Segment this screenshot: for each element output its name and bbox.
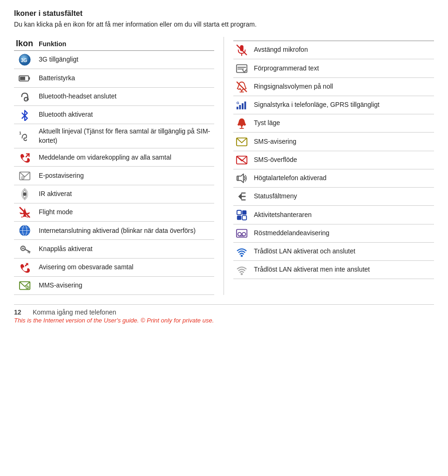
col-header-function: Funktion bbox=[37, 37, 214, 51]
svg-rect-38 bbox=[242, 103, 244, 109]
battery-icon-cell bbox=[14, 69, 37, 87]
svg-text:1: 1 bbox=[19, 131, 21, 135]
call-forward-icon-cell bbox=[14, 148, 37, 167]
statusbar-menu-icon-cell bbox=[233, 188, 252, 206]
preprogrammed-text-icon-cell bbox=[233, 59, 252, 77]
svg-marker-23 bbox=[25, 263, 28, 266]
svg-point-19 bbox=[22, 247, 24, 249]
svg-rect-56 bbox=[237, 215, 241, 219]
wifi-connected-label: Trådlöst LAN aktiverat och anslutet bbox=[252, 242, 434, 260]
svg-point-62 bbox=[241, 255, 243, 257]
table-row: Knapplås aktiverat bbox=[14, 240, 214, 258]
mic-off-icon bbox=[236, 44, 248, 56]
speakerphone-icon bbox=[236, 172, 248, 184]
table-row: Internetanslutning aktiverad (blinkar nä… bbox=[14, 222, 214, 240]
battery-label: Batteristyrka bbox=[37, 69, 214, 87]
battery-icon bbox=[19, 72, 31, 84]
table-row: Bluetooth-headset anslutet bbox=[14, 87, 214, 105]
table-row: IR aktiverat bbox=[14, 185, 214, 203]
voicemail-icon-cell bbox=[233, 224, 252, 242]
main-layout: Ikon Funktion 3G 3G tillgängligt bbox=[14, 37, 434, 295]
bluetooth-label: Bluetooth aktiverat bbox=[37, 105, 214, 124]
silent-icon bbox=[236, 117, 248, 129]
table-row: Batteristyrka bbox=[14, 69, 214, 87]
phone-line-icon: 1 bbox=[19, 130, 31, 142]
right-column: Avstängd mikrofon Förprogrammerad text bbox=[224, 37, 434, 295]
col-header-icon: Ikon bbox=[14, 37, 37, 51]
svg-point-59 bbox=[238, 232, 241, 236]
3g-icon: 3G bbox=[19, 54, 31, 66]
table-row: Högtalartelefon aktiverad bbox=[233, 169, 434, 187]
svg-text:@: @ bbox=[21, 175, 24, 180]
table-row: SMS-överflöde bbox=[233, 151, 434, 169]
table-row: Tyst läge bbox=[233, 114, 434, 133]
left-table: Ikon Funktion 3G 3G tillgängligt bbox=[14, 37, 214, 295]
statusbar-menu-label: Statusfältmeny bbox=[252, 188, 434, 206]
wifi-disconnected-icon-cell bbox=[233, 261, 252, 279]
table-row: Statusfältmeny bbox=[233, 188, 434, 206]
svg-rect-3 bbox=[28, 77, 30, 80]
email-icon: @ bbox=[19, 170, 31, 182]
signal-gprs-icon: G bbox=[236, 99, 248, 111]
svg-rect-39 bbox=[245, 102, 246, 110]
call-forward-label: Meddelande om vidarekoppling av alla sam… bbox=[37, 148, 214, 167]
table-row: Meddelande om vidarekoppling av alla sam… bbox=[14, 148, 214, 167]
email-label: E-postavisering bbox=[37, 167, 214, 185]
table-row: Förprogrammerad text bbox=[233, 59, 434, 77]
missed-call-icon-cell bbox=[14, 258, 37, 276]
table-row: SMS-avisering bbox=[233, 133, 434, 151]
preprogrammed-text-label: Förprogrammerad text bbox=[252, 59, 434, 77]
table-row: Trådlöst LAN aktiverat och anslutet bbox=[233, 242, 434, 260]
sms-label: SMS-avisering bbox=[252, 133, 434, 151]
activity-manager-icon bbox=[236, 209, 248, 221]
ir-icon bbox=[19, 188, 31, 200]
table-row: Avisering om obesvarade samtal bbox=[14, 258, 214, 276]
svg-rect-55 bbox=[242, 210, 246, 214]
call-forward-icon bbox=[19, 151, 31, 163]
mms-icon-cell: M bbox=[14, 276, 37, 294]
table-row: Ringsignalsvolymen på noll bbox=[233, 77, 434, 96]
ring-zero-icon bbox=[236, 81, 248, 93]
mic-off-icon-cell bbox=[233, 41, 252, 59]
table-row: Röstmeddelandeavisering bbox=[233, 224, 434, 242]
key-lock-icon-cell bbox=[14, 240, 37, 258]
right-table: Avstängd mikrofon Förprogrammerad text bbox=[233, 37, 434, 279]
signal-gprs-icon-cell: G bbox=[233, 96, 252, 114]
bluetooth-headset-label: Bluetooth-headset anslutet bbox=[37, 87, 214, 105]
left-column: Ikon Funktion 3G 3G tillgängligt bbox=[14, 37, 224, 295]
table-row: 3G 3G tillgängligt bbox=[14, 51, 214, 69]
right-col-header-empty bbox=[252, 37, 434, 41]
voicemail-label: Röstmeddelandeavisering bbox=[252, 224, 434, 242]
wifi-disconnected-icon bbox=[236, 264, 248, 276]
svg-point-5 bbox=[27, 98, 29, 100]
table-row: Bluetooth aktiverat bbox=[14, 105, 214, 124]
table-row: Aktivitetshanteraren bbox=[233, 206, 434, 224]
ir-label: IR aktiverat bbox=[37, 185, 214, 203]
right-col-header-icon bbox=[233, 37, 252, 41]
page-number: 12 bbox=[14, 308, 23, 316]
phone-line-icon-cell: 1 bbox=[14, 124, 37, 148]
footer-title: Komma igång med telefonen bbox=[33, 308, 116, 316]
table-row: Trådlöst LAN aktiverat men inte anslutet bbox=[233, 261, 434, 279]
key-lock-label: Knapplås aktiverat bbox=[37, 240, 214, 258]
bluetooth-headset-icon-cell bbox=[14, 87, 37, 105]
flight-mode-label: Flight mode bbox=[37, 203, 214, 221]
wifi-disconnected-label: Trådlöst LAN aktiverat men inte anslutet bbox=[252, 261, 434, 279]
bluetooth-headset-icon bbox=[19, 91, 31, 103]
svg-rect-4 bbox=[20, 77, 25, 80]
sms-icon bbox=[236, 136, 248, 148]
intro-text: Du kan klicka på en ikon för att få mer … bbox=[14, 20, 434, 29]
footer-notice: This is the Internet version of the User… bbox=[14, 317, 434, 324]
activity-manager-label: Aktivitetshanteraren bbox=[252, 206, 434, 224]
mic-off-label: Avstängd mikrofon bbox=[252, 41, 434, 59]
silent-icon-cell bbox=[233, 114, 252, 133]
footer: 12 Komma igång med telefonen This is the… bbox=[14, 304, 434, 324]
sms-full-icon-cell bbox=[233, 151, 252, 169]
internet-icon-cell bbox=[14, 222, 37, 240]
svg-marker-6 bbox=[22, 111, 27, 121]
flight-mode-icon-cell bbox=[14, 203, 37, 221]
svg-rect-36 bbox=[237, 107, 238, 110]
missed-call-label: Avisering om obesvarade samtal bbox=[37, 258, 214, 276]
table-row: Flight mode bbox=[14, 203, 214, 221]
ring-zero-label: Ringsignalsvolymen på noll bbox=[252, 77, 434, 96]
